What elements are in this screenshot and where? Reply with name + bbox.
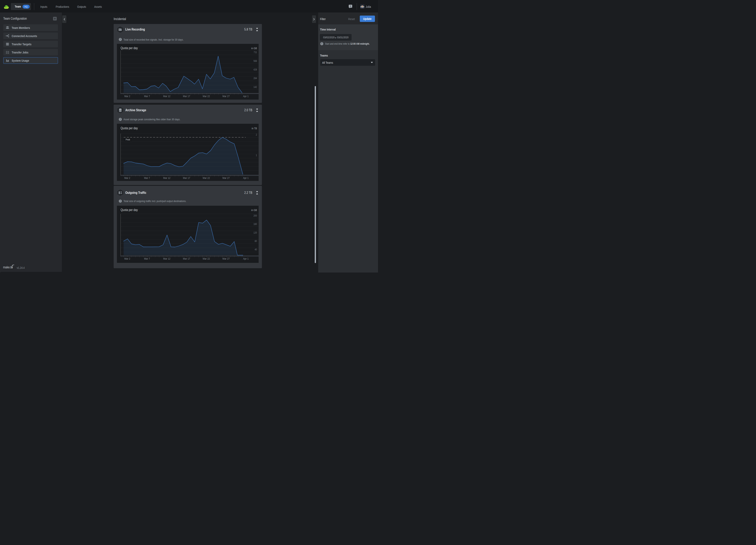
svg-text:Mar 27: Mar 27: [223, 257, 230, 260]
svg-text:Mar 27: Mar 27: [223, 95, 230, 98]
svg-text:160: 160: [254, 223, 257, 225]
svg-text:40: 40: [255, 248, 257, 251]
svg-text:Mar 12: Mar 12: [163, 95, 170, 98]
svg-text:Mar 17: Mar 17: [183, 176, 190, 179]
svg-text:Mar 12: Mar 12: [163, 176, 170, 179]
svg-text:711: 711: [254, 51, 257, 53]
svg-text:Mar 22: Mar 22: [203, 95, 210, 98]
svg-text:Peak: Peak: [126, 138, 130, 141]
svg-text:Mar 2: Mar 2: [124, 95, 130, 98]
svg-text:568: 568: [254, 60, 257, 62]
svg-text:Apr 1: Apr 1: [243, 95, 249, 98]
svg-text:?: ?: [350, 5, 351, 8]
svg-text:Mar 27: Mar 27: [223, 176, 230, 179]
svg-text:Apr 1: Apr 1: [243, 176, 249, 179]
svg-text:200: 200: [254, 214, 257, 217]
svg-text:Mar 2: Mar 2: [124, 176, 130, 179]
svg-text:426: 426: [254, 68, 257, 71]
svg-text:2: 2: [256, 133, 257, 136]
svg-text:Mar 2: Mar 2: [124, 257, 130, 260]
svg-text:284: 284: [254, 77, 257, 80]
svg-text:Apr 1: Apr 1: [243, 257, 249, 260]
svg-text:Mar 17: Mar 17: [183, 95, 190, 98]
svg-text:120: 120: [254, 231, 257, 234]
svg-text:Mar 7: Mar 7: [144, 257, 150, 260]
svg-text:Mar 22: Mar 22: [203, 176, 210, 179]
svg-text:Mar 12: Mar 12: [163, 257, 170, 260]
svg-text:Mar 17: Mar 17: [183, 257, 190, 260]
svg-text:Mar 7: Mar 7: [144, 95, 150, 98]
svg-text:1: 1: [256, 154, 257, 156]
svg-text:80: 80: [255, 240, 257, 242]
svg-text:REC: REC: [119, 29, 121, 30]
svg-text:Mar 22: Mar 22: [203, 257, 210, 260]
svg-text:Mar 7: Mar 7: [144, 176, 150, 179]
svg-text:142: 142: [254, 86, 257, 88]
